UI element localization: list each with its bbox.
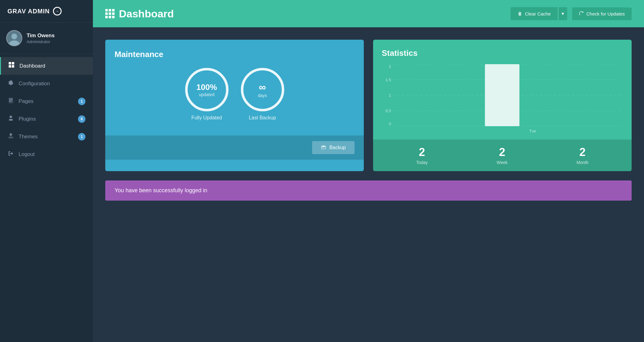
brand[interactable]: GRAV ADMIN → — [0, 0, 93, 23]
success-message: You have been successfully logged in — [115, 187, 207, 193]
header-title-area: Dashboard — [105, 8, 506, 20]
themes-icon — [7, 133, 14, 140]
stat-week-label: Week — [497, 160, 508, 165]
dropdown-chevron-icon: ▾ — [562, 11, 564, 16]
clear-cache-group: Clear Cache ▾ — [511, 7, 567, 20]
statistics-body: Statistics 2 1.5 1 0.5 0 — [373, 40, 632, 140]
statistics-footer: 2 Today 2 Week 2 Month — [373, 140, 632, 171]
plugins-badge: 6 — [78, 115, 85, 123]
user-name: Tim Owens — [27, 33, 54, 39]
dashboard-grid: Maintenance 100% updated Fully Updated ∞ — [105, 40, 632, 171]
updated-label: updated — [199, 92, 215, 97]
clear-cache-label: Clear Cache — [525, 11, 550, 16]
themes-badge: 1 — [78, 133, 85, 140]
chart-x-label: Tue — [393, 129, 623, 133]
stat-month-label: Month — [577, 160, 589, 165]
chart-y-axis: 2 1.5 1 0.5 0 — [382, 64, 393, 126]
sidebar-item-label: Pages — [19, 98, 33, 104]
success-banner: You have been successfully logged in — [105, 180, 632, 201]
sidebar-item-pages[interactable]: Pages 1 — [0, 92, 93, 110]
clear-cache-dropdown-button[interactable]: ▾ — [558, 7, 567, 20]
backup-caption: Last Backup — [249, 115, 276, 121]
sidebar-item-label: Logout — [19, 151, 35, 158]
svg-point-1 — [11, 33, 17, 39]
plugins-icon — [7, 115, 14, 123]
stat-today: 2 Today — [416, 146, 428, 165]
sidebar-item-configuration[interactable]: Configuration — [0, 75, 93, 92]
backup-circle-item: ∞ days Last Backup — [241, 68, 284, 121]
updated-ring: 100% updated — [185, 68, 228, 111]
stat-today-value: 2 — [416, 146, 428, 159]
stat-week-value: 2 — [497, 146, 508, 159]
svg-point-9 — [321, 146, 326, 147]
sidebar-item-label: Configuration — [19, 81, 50, 87]
user-role: Administrator — [27, 39, 54, 44]
svg-rect-5 — [9, 65, 11, 68]
y-label-1-5: 1.5 — [385, 78, 391, 82]
statistics-card: Statistics 2 1.5 1 0.5 0 — [373, 40, 632, 171]
sidebar-item-plugins[interactable]: Plugins 6 — [0, 110, 93, 128]
sidebar-item-themes[interactable]: Themes 1 — [0, 128, 93, 145]
chart-svg — [393, 64, 623, 126]
logout-icon — [7, 150, 14, 158]
clear-cache-button[interactable]: Clear Cache — [511, 7, 557, 20]
sidebar-item-label: Dashboard — [20, 63, 45, 69]
updated-value: 100% — [196, 82, 217, 92]
maintenance-card: Maintenance 100% updated Fully Updated ∞ — [105, 40, 364, 171]
svg-rect-7 — [9, 98, 13, 103]
check-updates-label: Check for Updates — [586, 11, 625, 16]
backup-button[interactable]: Backup — [312, 141, 355, 154]
check-updates-button[interactable]: Check for Updates — [572, 7, 632, 20]
x-label-tue: Tue — [529, 129, 536, 133]
svg-rect-6 — [12, 65, 14, 68]
svg-rect-3 — [9, 62, 11, 64]
stat-today-label: Today — [416, 160, 428, 165]
pages-badge: 1 — [78, 98, 85, 105]
sidebar: GRAV ADMIN → Tim Owens Administrator — [0, 0, 93, 342]
user-profile: Tim Owens Administrator — [0, 23, 93, 54]
maintenance-circles: 100% updated Fully Updated ∞ days Last B… — [115, 68, 355, 121]
refresh-icon — [579, 11, 584, 16]
backup-icon — [321, 145, 326, 150]
maintenance-footer: Backup — [105, 135, 364, 160]
svg-rect-4 — [12, 62, 14, 64]
header-grid-icon — [105, 9, 115, 18]
configuration-icon — [7, 80, 14, 87]
sidebar-nav: Dashboard Configuration Pages 1 — [0, 54, 93, 342]
brand-icon: → — [53, 7, 62, 16]
trash-icon — [517, 11, 522, 16]
avatar — [6, 30, 22, 46]
sidebar-item-label: Themes — [19, 134, 37, 140]
svg-rect-15 — [485, 64, 519, 126]
backup-value: ∞ — [259, 82, 266, 93]
pages-icon — [7, 97, 14, 105]
stat-week: 2 Week — [497, 146, 508, 165]
y-label-0-5: 0.5 — [385, 109, 391, 113]
sidebar-item-logout[interactable]: Logout — [0, 145, 93, 163]
header: Dashboard Clear Cache ▾ Check for Update… — [93, 0, 644, 27]
backup-ring: ∞ days — [241, 68, 284, 111]
maintenance-body: Maintenance 100% updated Fully Updated ∞ — [105, 40, 364, 135]
stat-month: 2 Month — [577, 146, 589, 165]
brand-title: GRAV ADMIN — [7, 8, 50, 15]
y-label-1: 1 — [389, 93, 391, 98]
page-title: Dashboard — [119, 8, 174, 20]
sidebar-item-dashboard[interactable]: Dashboard — [0, 57, 93, 75]
backup-label: Backup — [329, 145, 346, 150]
chart-area: Tue — [393, 64, 623, 133]
y-label-2: 2 — [389, 64, 391, 69]
stat-month-value: 2 — [577, 146, 589, 159]
updated-caption: Fully Updated — [191, 115, 222, 121]
main-area: Dashboard Clear Cache ▾ Check for Update… — [93, 0, 644, 342]
sidebar-item-label: Plugins — [19, 116, 36, 122]
content-area: Maintenance 100% updated Fully Updated ∞ — [93, 27, 644, 342]
svg-point-8 — [10, 133, 12, 136]
maintenance-title: Maintenance — [115, 50, 163, 59]
backup-label: days — [258, 93, 267, 98]
y-label-0: 0 — [389, 122, 391, 126]
updated-circle-item: 100% updated Fully Updated — [185, 68, 228, 121]
statistics-title: Statistics — [382, 48, 623, 58]
dashboard-icon — [8, 62, 15, 70]
